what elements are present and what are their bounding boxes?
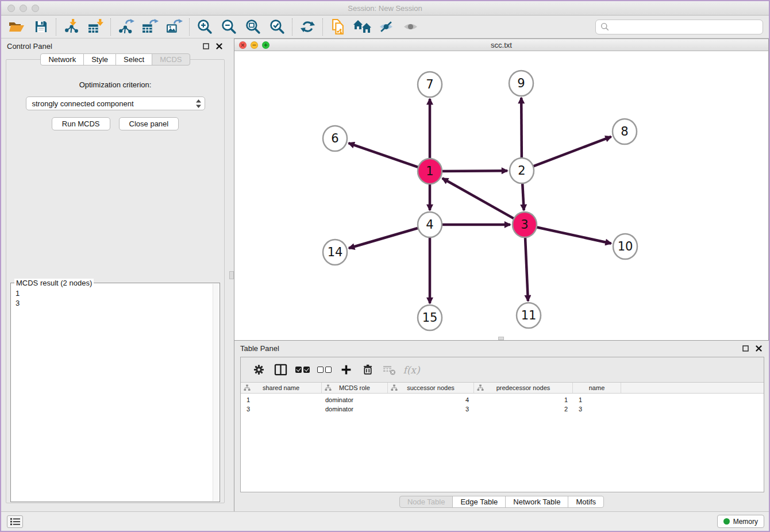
close-panel-icon[interactable] xyxy=(216,43,222,49)
table-row[interactable]: 3dominator323 xyxy=(241,404,764,414)
import-table-button[interactable] xyxy=(83,17,107,37)
column-header-successor-nodes[interactable]: successor nodes xyxy=(388,383,474,393)
zoom-in-icon xyxy=(197,19,213,34)
select-all-rows-button[interactable] xyxy=(291,360,313,380)
float-panel-icon[interactable] xyxy=(203,43,209,49)
show-all-button[interactable] xyxy=(398,17,422,37)
home-layout-button[interactable] xyxy=(350,17,374,37)
graph-edge-1-2[interactable] xyxy=(440,171,507,171)
table-row[interactable]: 1dominator411 xyxy=(241,395,764,404)
tab-edge-table[interactable]: Edge Table xyxy=(452,496,506,508)
save-icon xyxy=(34,20,48,33)
panel-splitter[interactable] xyxy=(229,38,234,511)
tab-style[interactable]: Style xyxy=(83,53,116,65)
table-cell[interactable]: 3 xyxy=(241,404,322,414)
table-cell[interactable]: 3 xyxy=(388,404,474,414)
tab-network[interactable]: Network xyxy=(40,53,84,65)
table-cell[interactable]: 1 xyxy=(241,395,322,404)
tab-motifs[interactable]: Motifs xyxy=(568,496,604,508)
graph-node-11[interactable]: 11 xyxy=(517,303,541,328)
application-window: Session: New Session xyxy=(0,0,770,532)
graph-edge-2-9[interactable] xyxy=(521,98,522,160)
tab-mcds[interactable]: MCDS xyxy=(152,53,190,65)
canvas-splitter-grip[interactable] xyxy=(498,337,504,340)
column-header-predecessor-nodes[interactable]: predecessor nodes xyxy=(474,383,573,393)
graph-node-1[interactable]: 1 xyxy=(418,159,442,184)
svg-text:15: 15 xyxy=(422,311,438,325)
table-cell[interactable]: dominator xyxy=(322,395,388,404)
graph-node-2[interactable]: 2 xyxy=(510,158,534,183)
refresh-button[interactable] xyxy=(295,17,319,37)
export-image-button[interactable] xyxy=(162,17,186,37)
table-cell[interactable]: 1 xyxy=(573,395,621,404)
tab-network-table[interactable]: Network Table xyxy=(505,496,568,508)
export-table-button[interactable] xyxy=(138,17,162,37)
zoom-selected-button[interactable] xyxy=(265,17,289,37)
graph-node-15[interactable]: 15 xyxy=(418,305,442,330)
table-settings-button[interactable] xyxy=(248,360,270,380)
close-panel-button[interactable]: Close panel xyxy=(119,117,179,130)
column-header-mcds-role[interactable]: MCDS role xyxy=(322,383,388,393)
main-area: Control Panel Network Style Select MCDS … xyxy=(1,38,769,511)
graph-node-8[interactable]: 8 xyxy=(613,119,637,144)
main-toolbar xyxy=(1,16,769,38)
memory-button[interactable]: Memory xyxy=(717,515,764,528)
open-session-button[interactable] xyxy=(5,17,29,37)
hierarchy-icon xyxy=(477,384,484,391)
graph-node-4[interactable]: 4 xyxy=(418,212,442,237)
table-cell[interactable]: 4 xyxy=(388,395,474,404)
graph-node-7[interactable]: 7 xyxy=(418,72,442,97)
graph-node-14[interactable]: 14 xyxy=(323,240,347,265)
graph-edge-1-6[interactable] xyxy=(349,143,420,168)
network-canvas[interactable]: 1234678910111415 xyxy=(234,51,768,340)
tab-select[interactable]: Select xyxy=(116,53,152,65)
add-column-button[interactable] xyxy=(335,360,357,380)
close-panel-icon[interactable] xyxy=(756,345,762,352)
graph-node-9[interactable]: 9 xyxy=(509,71,533,96)
column-header-shared-name[interactable]: shared name xyxy=(241,383,322,393)
zoom-in-button[interactable] xyxy=(192,17,217,37)
network-view-window: scc.txt 1234678910111415 xyxy=(234,38,769,341)
refresh-icon xyxy=(301,20,315,34)
column-chooser-button[interactable] xyxy=(270,360,291,380)
clone-network-button[interactable] xyxy=(326,17,350,37)
fx-icon: f(x) xyxy=(403,364,419,376)
delete-column-button[interactable] xyxy=(357,360,379,380)
table-cell[interactable]: 3 xyxy=(573,404,621,414)
table-cell[interactable]: dominator xyxy=(322,404,388,414)
export-network-button[interactable] xyxy=(114,17,138,37)
graph-node-10[interactable]: 10 xyxy=(613,234,637,259)
import-network-button[interactable] xyxy=(59,17,83,37)
checked-boxes-icon xyxy=(295,367,310,373)
graph-edge-4-14[interactable] xyxy=(349,228,420,248)
memory-label: Memory xyxy=(733,518,758,526)
graph-edge-3-11[interactable] xyxy=(525,235,528,301)
zoom-fit-button[interactable] xyxy=(241,17,265,37)
result-scrollbar[interactable] xyxy=(213,284,219,501)
run-mcds-button[interactable]: Run MCDS xyxy=(52,117,110,130)
hide-selected-button[interactable] xyxy=(374,17,398,37)
deselect-all-rows-button[interactable] xyxy=(313,360,335,380)
criterion-select[interactable]: strongly connected component xyxy=(26,97,205,110)
graph-node-3[interactable]: 3 xyxy=(513,212,537,237)
graph-node-6[interactable]: 6 xyxy=(323,126,347,151)
graph-edge-3-1[interactable] xyxy=(442,178,516,219)
float-panel-icon[interactable] xyxy=(742,345,749,352)
splitter-grip[interactable] xyxy=(229,271,234,279)
graph-edge-2-8[interactable] xyxy=(532,137,611,167)
zoom-out-button[interactable] xyxy=(217,17,241,37)
delete-table-button[interactable] xyxy=(379,360,401,380)
search-input[interactable] xyxy=(613,22,758,31)
graph-edge-3-10[interactable] xyxy=(535,227,611,244)
tab-node-table[interactable]: Node Table xyxy=(399,496,453,508)
function-builder-button[interactable]: f(x) xyxy=(401,360,422,380)
open-folder-icon xyxy=(9,20,25,34)
network-graph[interactable]: 1234678910111415 xyxy=(234,51,770,340)
task-history-button[interactable] xyxy=(7,515,23,528)
svg-text:7: 7 xyxy=(426,78,433,91)
graph-edge-2-3[interactable] xyxy=(522,181,524,210)
save-session-button[interactable] xyxy=(29,17,53,37)
table-cell[interactable]: 1 xyxy=(474,395,573,404)
column-header-name[interactable]: name xyxy=(573,383,621,393)
table-cell[interactable]: 2 xyxy=(474,404,573,414)
